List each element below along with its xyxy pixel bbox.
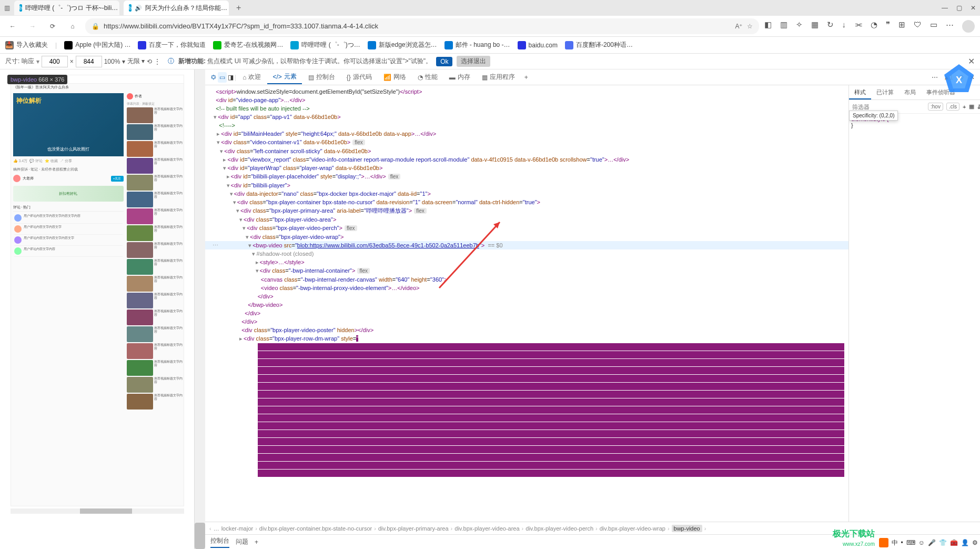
add-tab-icon[interactable]: + (521, 74, 531, 81)
forward-button[interactable]: → (25, 19, 40, 34)
reader-icon[interactable]: A⁺ (735, 23, 742, 30)
tab-network[interactable]: 📶网络 (378, 71, 411, 84)
device-toggle-icon[interactable]: ▭ (218, 72, 227, 83)
cls-toggle[interactable]: .cls (946, 103, 959, 111)
ad-banner[interactable]: 折扣有好礼 (13, 186, 124, 202)
responsive-label[interactable]: 尺寸: 响应 (5, 57, 34, 66)
bookmark-baidu[interactable]: 百度一下，你就知道 (138, 41, 206, 49)
mobile-icon[interactable]: ▭ (930, 20, 937, 33)
bookmark-apple[interactable]: Apple (中国大陆) … (64, 41, 130, 49)
quote-icon[interactable]: ❞ (886, 20, 890, 33)
refresh-button[interactable]: ⟳ (45, 19, 60, 34)
ime-skin-icon[interactable]: 👕 (939, 539, 947, 546)
infobar-text: 新增功能: 焦点模式 UI 可减少杂乱，以帮助你专注于调试。你可以选择退出"设置… (178, 57, 432, 66)
bilibili-favicon: b (129, 4, 132, 12)
address-bar[interactable]: 🔒 https://www.bilibili.com/video/BV1TX4y… (85, 18, 759, 34)
tab-performance[interactable]: ◔性能 (412, 71, 443, 84)
collections-icon[interactable]: ▦ (811, 20, 819, 33)
ok-button[interactable]: Ok (436, 57, 452, 66)
bilibili-favicon: b (19, 4, 22, 12)
app-icon[interactable]: ⫘ (854, 20, 862, 33)
layout-tab[interactable]: 布局 (899, 85, 921, 99)
tab-sources[interactable]: {}源代码 (341, 71, 377, 84)
width-input[interactable] (42, 56, 68, 67)
tab-memory[interactable]: ▬内存 (444, 71, 476, 84)
styles-panel: 样式 已计算 布局 事件侦听器 :hov .cls + ▦ 🖶 Specific… (848, 85, 980, 522)
drawer-issues[interactable]: 问题 (236, 537, 248, 546)
browser-tab-2[interactable]: b 🔊 阿天为什么自杀？结局你能… × (124, 1, 229, 15)
ime-punct[interactable]: • (901, 539, 903, 546)
sidebar-icon[interactable]: ▥ (780, 20, 787, 33)
close-window-icon[interactable]: ✕ (971, 4, 976, 12)
star-icon[interactable]: ☆ (747, 23, 753, 30)
drawer-add[interactable]: + (255, 538, 258, 546)
video-player[interactable]: 神位解析 也没受这什么风吹雨打 (13, 93, 124, 156)
overflow-tabs-icon[interactable]: ▥ (4, 4, 10, 12)
tab-title: 哔哩哔哩 (゜-゜)つロ 干杯~-bili… (25, 4, 118, 13)
lock-icon: 🔒 (92, 23, 99, 30)
bookmark-bilibili[interactable]: 哔哩哔哩 (゜-゜)つ… (290, 41, 360, 49)
preview-scrollbar[interactable] (195, 69, 205, 549)
bookmark-mail[interactable]: 邮件 - huang bo -… (444, 41, 510, 49)
more-icon[interactable]: ⋮ (154, 58, 160, 65)
print-icon[interactable]: 🖶 (977, 104, 980, 110)
watermark-brand: 极光下载站 (833, 528, 875, 540)
dom-tree[interactable]: <script>window.setSizeStyle=document.get… (205, 85, 848, 522)
bookmark-fanyi[interactable]: 百度翻译-200种语… (565, 41, 633, 49)
new-tab-button[interactable]: + (233, 3, 244, 13)
ime-user-icon[interactable]: 👤 (961, 539, 969, 546)
import-bookmarks[interactable]: 📥导入收藏夹 (5, 41, 48, 49)
shield-icon[interactable]: 🛡 (914, 20, 922, 33)
watermark-logo: X (943, 63, 975, 95)
tab-elements[interactable]: </>元素 (267, 70, 301, 84)
ime-emoji-icon[interactable]: ☺ (918, 539, 925, 546)
tab-welcome[interactable]: ⌂欢迎 (237, 71, 266, 84)
ime-keyboard-icon[interactable]: ⌨ (906, 539, 915, 546)
bookmark-iqiyi[interactable]: 爱奇艺-在线视频网… (213, 41, 283, 49)
bookmark-edge[interactable]: 新版edge浏览器怎… (368, 41, 437, 49)
exit-button[interactable]: 选择退出 (457, 56, 490, 67)
history-icon[interactable]: ↻ (827, 20, 834, 33)
video-subtitle: 也没受这什么风吹雨打 (47, 146, 89, 152)
rotate-icon[interactable]: ⟲ (147, 58, 152, 65)
favorites-icon[interactable]: ✧ (796, 20, 803, 33)
ime-gear-icon[interactable]: ⚙ (972, 539, 978, 546)
device-preview: bwp-video 668 × 376 《陈年一眼》首演 阿天为什么自杀 神位解… (0, 69, 195, 549)
more-icon[interactable]: ⋯ (946, 20, 954, 33)
add-rule-icon[interactable]: + (963, 104, 966, 110)
tab-application[interactable]: ▦应用程序 (477, 71, 520, 84)
hov-toggle[interactable]: :hov (928, 103, 943, 111)
more-icon[interactable]: ⋯ (932, 74, 938, 81)
zoom-select[interactable]: 100% ▾ (104, 58, 125, 65)
info-icon: ⓘ (168, 57, 174, 66)
ime-zh[interactable]: 中 (892, 538, 898, 547)
height-input[interactable] (76, 56, 102, 67)
sogou-icon[interactable] (879, 538, 888, 547)
split-icon[interactable]: ◧ (764, 20, 772, 33)
tab-console[interactable]: ▤控制台 (303, 71, 340, 84)
downloads-icon[interactable]: ↓ (842, 20, 846, 33)
back-button[interactable]: ← (5, 19, 20, 34)
url-text: https://www.bilibili.com/video/BV1TX4y1x… (104, 22, 731, 30)
profile-icon[interactable] (962, 20, 975, 33)
extensions-icon[interactable]: ⊞ (898, 20, 905, 33)
dock-icon[interactable]: ◨ (228, 74, 234, 81)
ime-toolbox-icon[interactable]: 🧰 (950, 539, 958, 546)
flex-icon[interactable]: ▦ (969, 103, 974, 110)
inspect-icon[interactable]: ⯐ (210, 74, 217, 81)
filter-input[interactable] (852, 104, 925, 110)
ime-mic-icon[interactable]: 🎤 (928, 539, 936, 546)
svg-text:X: X (956, 75, 962, 85)
watermark-url: www.xz7.com (843, 541, 875, 547)
maximize-icon[interactable]: ▢ (956, 4, 962, 12)
computed-tab[interactable]: 已计算 (871, 85, 899, 99)
drawer-console[interactable]: 控制台 (210, 536, 229, 548)
bookmark-baidu2[interactable]: baidu.com (518, 41, 558, 49)
minimize-icon[interactable]: — (942, 4, 948, 12)
browser-tab-1[interactable]: b 哔哩哔哩 (゜-゜)つロ 干杯~-bili… × (14, 1, 119, 15)
throttle-select[interactable]: 无限 ▾ (127, 57, 145, 66)
ime-statusbar: 中 • ⌨ ☺ 🎤 👕 🧰 👤 ⚙ (877, 536, 980, 549)
home-button[interactable]: ⌂ (65, 19, 80, 34)
performance-icon[interactable]: ◔ (871, 20, 877, 33)
styles-tab[interactable]: 样式 (849, 85, 871, 99)
